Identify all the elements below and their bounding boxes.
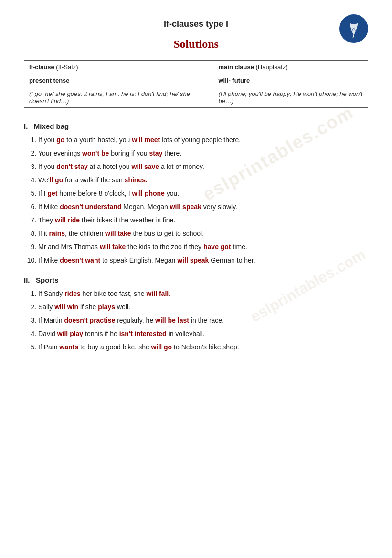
keyword: doesn't understand	[60, 203, 121, 211]
keyword: have got	[203, 243, 231, 251]
list-item: If it rains, the children will take the …	[38, 229, 368, 239]
list-item: If Martin doesn't practise regularly, he…	[38, 316, 368, 326]
list-item: If Sandy rides her bike too fast, she wi…	[38, 289, 368, 299]
keyword: will speak	[170, 203, 201, 211]
section1-heading: I. Mixed bag	[24, 122, 368, 130]
grammar-table: If-clause (If-Satz) main clause (Hauptsa…	[24, 60, 368, 108]
page-title: If-clauses type I	[24, 19, 368, 29]
keyword: rides	[64, 290, 80, 297]
col2-header: main clause (Hauptsatz)	[213, 61, 368, 74]
logo	[339, 14, 368, 43]
table-header-row: If-clause (If-Satz) main clause (Hauptsa…	[24, 61, 368, 74]
keyword: will phone	[132, 190, 164, 197]
present-tense-cell: present tense	[24, 74, 213, 87]
list-item: If Mike doesn't understand Megan, Megan …	[38, 202, 368, 212]
section1-heading-text: I. Mixed bag	[24, 122, 69, 130]
keyword: shines.	[125, 176, 148, 184]
keyword: will fall.	[146, 290, 170, 297]
list-item: If Pam wants to buy a good bike, she wil…	[38, 342, 368, 352]
section2-heading: II. Sports	[24, 276, 368, 284]
list-item: Your evenings won't be boring if you sta…	[38, 148, 368, 158]
keyword: doesn't practise	[64, 316, 115, 324]
examples-col2: (I'll phone; you'll be happy; He won't p…	[213, 87, 368, 108]
keyword: will win	[54, 303, 78, 311]
list-item: If you don't stay at a hotel you will sa…	[38, 162, 368, 172]
keyword: rains	[49, 230, 65, 237]
keyword: won't be	[82, 149, 109, 157]
will-future-cell: will- future	[213, 74, 368, 87]
keyword: ll go	[49, 176, 63, 184]
list-item: If you go to a youth hostel, you will me…	[38, 135, 368, 145]
keyword: wants	[59, 343, 78, 351]
keyword: will go	[151, 343, 172, 351]
keyword: will meet	[132, 136, 160, 144]
keyword: plays	[98, 303, 115, 311]
keyword: will save	[132, 163, 159, 170]
solutions-title: Solutions	[24, 38, 368, 51]
keyword: will speak	[177, 256, 209, 264]
list-item: They will ride their bikes if the weathe…	[38, 215, 368, 225]
list-item: Mr and Mrs Thomas will take the kids to …	[38, 242, 368, 252]
list-item: If Mike doesn't want to speak English, M…	[38, 255, 368, 265]
keyword: stay	[149, 149, 162, 157]
table-row-examples: (I go, he/ she goes, it rains, I am, he …	[24, 87, 368, 108]
keyword: get	[47, 190, 57, 197]
keyword: will take	[105, 230, 131, 237]
header-area: If-clauses type I	[24, 14, 368, 29]
list-item: We'll go for a walk if the sun shines.	[38, 175, 368, 185]
section1-list: If you go to a youth hostel, you will me…	[24, 135, 368, 265]
examples-col1: (I go, he/ she goes, it rains, I am, he …	[24, 87, 213, 108]
keyword: don't stay	[56, 163, 88, 170]
keyword: go	[56, 136, 64, 144]
col1-header: If-clause (If-Satz)	[24, 61, 213, 74]
list-item: If I get home before 8 o'clock, I will p…	[38, 189, 368, 199]
keyword: doesn't want	[60, 256, 100, 264]
section2-list: If Sandy rides her bike too fast, she wi…	[24, 289, 368, 352]
list-item: David will play tennis if he isn't inter…	[38, 329, 368, 339]
section2-heading-text: II. Sports	[24, 276, 59, 284]
keyword: will be last	[155, 316, 189, 324]
keyword: will play	[57, 330, 83, 337]
keyword: will take	[100, 243, 126, 251]
keyword: will ride	[55, 216, 80, 224]
keyword: isn't interested	[119, 330, 167, 337]
list-item: Sally will win if she plays well.	[38, 302, 368, 312]
table-row-tense: present tense will- future	[24, 74, 368, 87]
